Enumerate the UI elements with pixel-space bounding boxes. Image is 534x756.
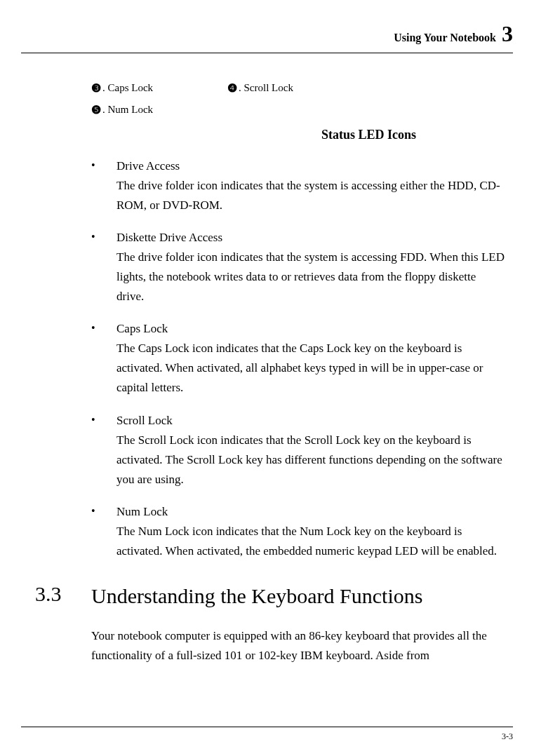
item-4-label: . Scroll Lock <box>239 82 293 94</box>
circled-5-icon: ❺ <box>91 103 101 116</box>
bullet-title: Diskette Drive Access <box>116 228 506 248</box>
table-title: Status LED Icons <box>232 128 506 142</box>
section-body: Your notebook computer is equipped with … <box>91 626 506 666</box>
list-item: • Diskette Drive Access The drive folder… <box>91 228 506 306</box>
bullet-content: Scroll Lock The Scroll Lock icon indicat… <box>116 411 506 490</box>
numbered-row-1: ❸ . Caps Lock ❹ . Scroll Lock <box>91 81 506 95</box>
bullet-list: • Drive Access The drive folder icon ind… <box>91 156 506 561</box>
bullet-content: Diskette Drive Access The drive folder i… <box>116 228 506 306</box>
bullet-icon: • <box>91 502 116 561</box>
chapter-number: 3 <box>502 21 513 46</box>
section-heading: 3.3 Understanding the Keyboard Functions <box>91 582 506 609</box>
page-header: Using Your Notebook 3 <box>21 21 513 53</box>
item-caps-lock: ❸ . Caps Lock <box>91 81 227 95</box>
item-3-label: . Caps Lock <box>102 82 153 94</box>
bullet-description: The drive folder icon indicates that the… <box>116 248 506 306</box>
item-5-label: . Num Lock <box>102 104 153 116</box>
circled-4-icon: ❹ <box>227 81 237 95</box>
bullet-icon: • <box>91 411 116 490</box>
bullet-title: Caps Lock <box>116 319 506 339</box>
bullet-icon: • <box>91 228 116 306</box>
section-number: 3.3 <box>21 582 91 606</box>
numbered-row-2: ❺ . Num Lock <box>91 103 506 116</box>
bullet-title: Drive Access <box>116 156 506 176</box>
bullet-icon: • <box>91 156 116 215</box>
circled-3-icon: ❸ <box>91 81 101 95</box>
list-item: • Num Lock The Num Lock icon indicates t… <box>91 502 506 561</box>
bullet-title: Num Lock <box>116 502 506 522</box>
item-scroll-lock: ❹ . Scroll Lock <box>227 81 293 95</box>
page-footer: 3-3 <box>21 727 513 742</box>
bullet-description: The Scroll Lock icon indicates that the … <box>116 431 506 490</box>
item-num-lock: ❺ . Num Lock <box>91 103 153 116</box>
list-item: • Drive Access The drive folder icon ind… <box>91 156 506 215</box>
bullet-content: Num Lock The Num Lock icon indicates tha… <box>116 502 506 561</box>
main-content: ❸ . Caps Lock ❹ . Scroll Lock ❺ . Num Lo… <box>91 81 506 666</box>
bullet-icon: • <box>91 319 116 398</box>
bullet-content: Drive Access The drive folder icon indic… <box>116 156 506 215</box>
section-title: Understanding the Keyboard Functions <box>91 582 422 609</box>
bullet-description: The Num Lock icon indicates that the Num… <box>116 522 506 561</box>
list-item: • Scroll Lock The Scroll Lock icon indic… <box>91 411 506 490</box>
bullet-description: The drive folder icon indicates that the… <box>116 176 506 215</box>
page-number: 3-3 <box>502 731 513 741</box>
bullet-content: Caps Lock The Caps Lock icon indicates t… <box>116 319 506 398</box>
bullet-title: Scroll Lock <box>116 411 506 431</box>
header-title: Using Your Notebook <box>394 32 496 43</box>
list-item: • Caps Lock The Caps Lock icon indicates… <box>91 319 506 398</box>
bullet-description: The Caps Lock icon indicates that the Ca… <box>116 339 506 398</box>
